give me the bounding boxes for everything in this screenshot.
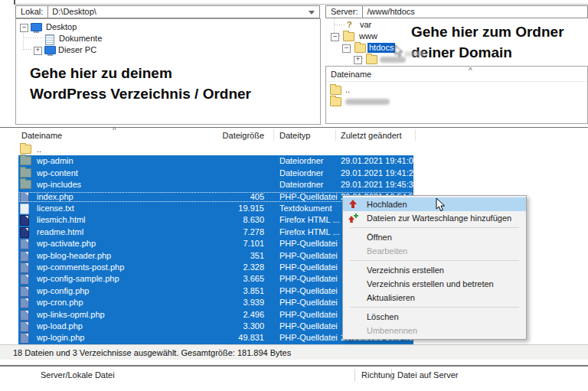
file-size: 7.278 xyxy=(184,227,264,236)
queue-column-direction[interactable]: Richtung xyxy=(361,370,394,380)
tree-item-label: Desktop xyxy=(44,22,78,32)
tree-item-label: htdocs xyxy=(368,43,395,53)
mouse-cursor-blurred xyxy=(394,44,403,57)
php-file-icon xyxy=(20,262,29,273)
menu-item-hochladen[interactable]: Hochladen xyxy=(343,197,526,211)
tree-item-redacted[interactable]: + xyxy=(325,54,587,65)
tree-item-www[interactable]: –www xyxy=(325,31,587,42)
server-files-panel: Dateiname ^ .. xyxy=(325,66,588,124)
folder-icon xyxy=(343,32,354,41)
collapse-icon[interactable]: – xyxy=(331,33,339,41)
server-path-label: Server: xyxy=(325,5,363,18)
remote-file-row[interactable]: .. xyxy=(326,85,587,96)
column-separator[interactable] xyxy=(354,369,355,381)
column-separator[interactable] xyxy=(415,129,416,141)
tree-item-dokumente[interactable]: Dokumente xyxy=(16,34,320,44)
folder-icon xyxy=(20,145,31,154)
folder-icon xyxy=(354,44,366,53)
blurred-folder-name xyxy=(380,57,406,63)
expand-icon[interactable]: + xyxy=(34,47,42,55)
file-modified: 29.01.2021 19:41:24 xyxy=(341,168,418,178)
file-name: wp-config.php xyxy=(37,286,90,295)
server-pathbar: Server: /www/htdocs xyxy=(325,5,588,18)
queue-column-file-on-server[interactable]: Datei auf Server xyxy=(397,370,458,380)
file-size: 3.851 xyxy=(184,286,264,295)
tree-item-dieser-pc[interactable]: +Dieser PC xyxy=(16,45,320,56)
php-file-icon xyxy=(20,286,29,297)
php-file-icon xyxy=(20,333,29,344)
file-type: PHP-Quelldatei xyxy=(279,298,338,307)
file-type: Firefox HTML ... xyxy=(279,215,339,224)
file-type: PHP-Quelldatei xyxy=(279,274,338,283)
html-file-icon xyxy=(20,215,29,226)
tree-item-htdocs[interactable]: –htdocs xyxy=(325,43,587,54)
expand-icon[interactable]: + xyxy=(354,56,362,64)
tree-item-label: var xyxy=(358,20,373,30)
menu-item-label: Umbenennen xyxy=(367,326,417,335)
menu-item-öffnen[interactable]: Öffnen xyxy=(343,230,526,244)
file-modified: 29.01.2021 19:41:09 xyxy=(341,156,418,165)
file-type: PHP-Quelldatei xyxy=(279,321,338,331)
php-file-icon xyxy=(20,274,29,285)
server-path-combobox[interactable]: /www/htdocs xyxy=(363,5,588,18)
remote-file-name: .. xyxy=(344,85,351,95)
add-to-queue-icon xyxy=(348,213,358,223)
collapse-icon[interactable]: – xyxy=(20,24,28,32)
queue-column-server-local-file[interactable]: Server/Lokale Datei xyxy=(41,370,115,380)
column-separator[interactable] xyxy=(391,369,392,381)
menu-item-verzeichnis-erstellen[interactable]: Verzeichnis erstellen xyxy=(343,263,526,277)
text-file-icon xyxy=(20,204,29,214)
queue-divider xyxy=(0,365,588,367)
remote-file-row[interactable] xyxy=(326,96,587,107)
menu-item-löschen[interactable]: Löschen xyxy=(343,310,526,324)
column-separator[interactable] xyxy=(273,129,274,141)
blurred-file-name xyxy=(345,99,390,105)
folder-icon xyxy=(330,97,341,106)
sort-ascending-icon: ^ xyxy=(113,128,116,134)
tree-item-desktop[interactable]: –Desktop xyxy=(16,22,320,33)
folder-icon xyxy=(330,86,341,95)
header-divider xyxy=(326,81,587,82)
file-type: PHP-Quelldatei xyxy=(279,251,338,260)
file-row[interactable]: wp-includesDateiordner29.01.2021 19:45:3… xyxy=(0,179,588,191)
local-path-combobox[interactable]: D:\Desktop\ xyxy=(48,5,320,18)
menu-item-umbenennen: Umbenennen xyxy=(343,324,526,337)
column-header-type[interactable]: Dateityp xyxy=(279,131,310,140)
file-size: 49.831 xyxy=(184,333,264,342)
menu-item-verzeichnis-erstellen-und-betreten[interactable]: Verzeichnis erstellen und betreten xyxy=(343,277,526,291)
computer-icon xyxy=(44,46,56,54)
tree-item-label: Dokumente xyxy=(57,34,103,44)
column-header-name[interactable]: Dateiname xyxy=(21,131,62,140)
file-name: .. xyxy=(37,145,41,154)
menu-item-label: Verzeichnis erstellen und betreten xyxy=(367,279,494,288)
file-name: wp-load.php xyxy=(37,321,83,331)
local-path-label: Lokal: xyxy=(15,5,48,18)
server-files-column-header[interactable]: Dateiname xyxy=(331,70,371,79)
folder-icon xyxy=(20,180,31,189)
file-row[interactable]: wp-contentDateiordner29.01.2021 19:41:24 xyxy=(0,168,588,179)
file-size: 2.328 xyxy=(184,262,264,272)
local-path-value: D:\Desktop\ xyxy=(52,7,96,16)
file-type: PHP-Quelldatei xyxy=(279,310,338,319)
chevron-down-icon[interactable] xyxy=(309,11,315,15)
menu-separator xyxy=(350,227,519,228)
file-name: readme.html xyxy=(37,227,83,236)
menu-item-label: Verzeichnis erstellen xyxy=(367,266,444,275)
transfer-queue-header: Server/Lokale Datei Richtung Datei auf S… xyxy=(0,367,588,383)
column-separator[interactable] xyxy=(335,129,336,141)
file-size: 3.300 xyxy=(184,321,264,331)
file-row[interactable]: .. xyxy=(0,144,588,155)
collapse-icon[interactable]: – xyxy=(342,44,351,53)
menu-item-aktualisieren[interactable]: Aktualisieren xyxy=(343,291,526,305)
file-name: wp-cron.php xyxy=(37,298,83,307)
column-header-size[interactable]: Dateigröße xyxy=(184,131,264,140)
file-name: wp-comments-post.php xyxy=(37,262,124,272)
menu-item-dateien-zur-warteschlange-hinzufügen[interactable]: Dateien zur Warteschlange hinzufügen xyxy=(343,211,526,225)
file-type: PHP-Quelldatei xyxy=(279,262,338,272)
column-header-modified[interactable]: Zuletzt geändert xyxy=(341,131,402,140)
file-row[interactable]: wp-adminDateiordner29.01.2021 19:41:09 xyxy=(0,155,588,167)
tree-item-var[interactable]: ?var xyxy=(325,20,587,31)
menu-item-label: Aktualisieren xyxy=(367,293,415,302)
file-name: wp-login.php xyxy=(37,333,84,342)
php-file-icon xyxy=(20,239,29,249)
